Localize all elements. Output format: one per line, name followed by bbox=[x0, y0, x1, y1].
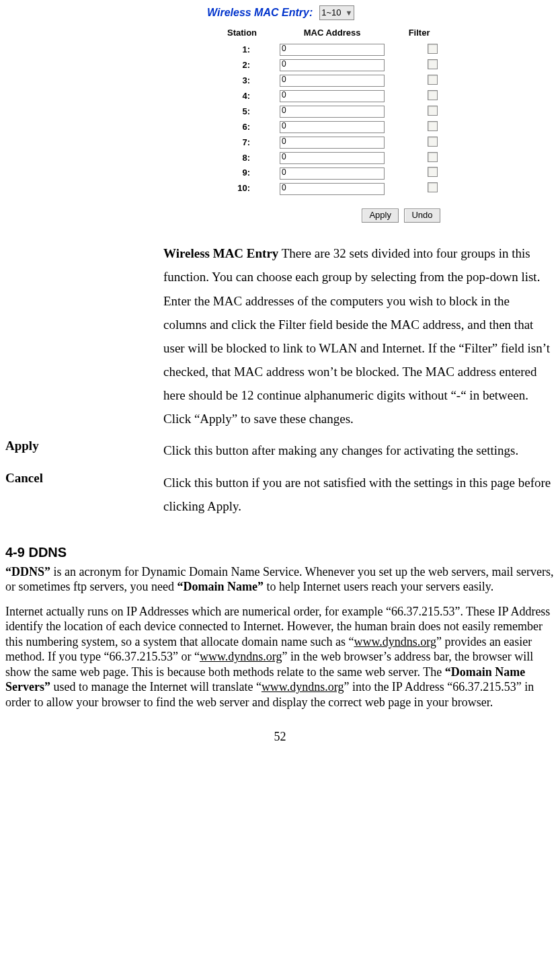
mac-cell: 0 bbox=[277, 58, 387, 73]
router-ui-panel: Wireless MAC Entry: 1~10 ▼ Station MAC A… bbox=[207, 5, 555, 223]
link-dyndns-3[interactable]: www.dyndns.org bbox=[262, 680, 344, 693]
filter-checkbox[interactable] bbox=[428, 44, 438, 54]
table-row: 10:0 bbox=[207, 181, 451, 196]
station-label: 1: bbox=[207, 42, 277, 58]
mac-address-input[interactable]: 0 bbox=[280, 167, 385, 180]
mac-address-input[interactable]: 0 bbox=[280, 137, 385, 149]
filter-cell bbox=[387, 151, 451, 166]
header-filter: Filter bbox=[387, 26, 451, 42]
cancel-text: Click this button if you are not satisfi… bbox=[163, 471, 555, 518]
filter-cell bbox=[387, 42, 451, 58]
mac-cell: 0 bbox=[277, 165, 387, 181]
table-row: 8:0 bbox=[207, 151, 451, 166]
button-row: Apply Undo bbox=[207, 207, 555, 223]
desc-text-entry: Wireless MAC Entry There are 32 sets div… bbox=[163, 241, 555, 430]
apply-label: Apply bbox=[5, 439, 163, 462]
filter-checkbox[interactable] bbox=[428, 106, 438, 116]
station-label: 3: bbox=[207, 73, 277, 89]
mac-cell: 0 bbox=[277, 120, 387, 135]
entry-lead: Wireless MAC Entry bbox=[163, 246, 278, 260]
station-label: 10: bbox=[207, 181, 277, 196]
mac-address-input[interactable]: 0 bbox=[280, 90, 385, 102]
filter-checkbox[interactable] bbox=[428, 182, 438, 192]
mac-address-input[interactable]: 0 bbox=[280, 152, 385, 164]
filter-checkbox[interactable] bbox=[428, 137, 438, 147]
undo-button[interactable]: Undo bbox=[404, 209, 440, 223]
filter-checkbox[interactable] bbox=[428, 167, 438, 177]
mac-cell: 0 bbox=[277, 89, 387, 104]
filter-cell bbox=[387, 135, 451, 151]
filter-checkbox[interactable] bbox=[428, 152, 438, 162]
page-number: 52 bbox=[5, 730, 555, 744]
apply-button[interactable]: Apply bbox=[362, 209, 399, 223]
ddns-para-1: “DDNS” is an acronym for Dynamic Domain … bbox=[5, 564, 555, 595]
entry-body: There are 32 sets divided into four grou… bbox=[163, 246, 550, 426]
p1-bold-a: “DDNS” bbox=[5, 565, 50, 578]
table-row: 2:0 bbox=[207, 58, 451, 73]
mac-address-input[interactable]: 0 bbox=[280, 121, 385, 133]
table-row: 6:0 bbox=[207, 120, 451, 135]
filter-checkbox[interactable] bbox=[428, 121, 438, 131]
header-station: Station bbox=[207, 26, 277, 42]
section-heading: 4-9 DDNS bbox=[5, 545, 555, 560]
mac-entry-table: Station MAC Address Filter 1:02:03:04:05… bbox=[207, 26, 451, 196]
mac-address-input[interactable]: 0 bbox=[280, 44, 385, 56]
mac-cell: 0 bbox=[277, 42, 387, 58]
station-label: 2: bbox=[207, 58, 277, 73]
chevron-down-icon: ▼ bbox=[346, 9, 353, 17]
desc-label-empty bbox=[5, 241, 163, 430]
station-label: 6: bbox=[207, 120, 277, 135]
mac-cell: 0 bbox=[277, 73, 387, 89]
mac-address-input[interactable]: 0 bbox=[280, 75, 385, 87]
p1-bold-c: “Domain Name” bbox=[177, 580, 264, 593]
station-label: 7: bbox=[207, 135, 277, 151]
table-row: 5:0 bbox=[207, 104, 451, 120]
table-row: 7:0 bbox=[207, 135, 451, 151]
table-row: 9:0 bbox=[207, 165, 451, 181]
filter-cell bbox=[387, 89, 451, 104]
mac-cell: 0 bbox=[277, 181, 387, 196]
filter-cell bbox=[387, 165, 451, 181]
p2-d: used to manage the Internet will transla… bbox=[50, 680, 262, 693]
filter-cell bbox=[387, 120, 451, 135]
table-row: 1:0 bbox=[207, 42, 451, 58]
panel-title: Wireless MAC Entry: bbox=[207, 7, 313, 19]
desc-cancel: Cancel Click this button if you are not … bbox=[5, 471, 555, 518]
filter-checkbox[interactable] bbox=[428, 75, 438, 85]
mac-address-input[interactable]: 0 bbox=[280, 106, 385, 118]
apply-text: Click this button after making any chang… bbox=[163, 439, 555, 462]
mac-address-input[interactable]: 0 bbox=[280, 59, 385, 71]
desc-apply: Apply Click this button after making any… bbox=[5, 439, 555, 462]
ddns-para-2: Internet actually runs on IP Addresses w… bbox=[5, 604, 555, 710]
station-label: 5: bbox=[207, 104, 277, 120]
cancel-label: Cancel bbox=[5, 471, 163, 518]
ui-header-row: Wireless MAC Entry: 1~10 ▼ bbox=[207, 5, 555, 20]
filter-cell bbox=[387, 181, 451, 196]
filter-checkbox[interactable] bbox=[428, 90, 438, 100]
station-label: 8: bbox=[207, 151, 277, 166]
mac-cell: 0 bbox=[277, 104, 387, 120]
filter-cell bbox=[387, 58, 451, 73]
table-row: 3:0 bbox=[207, 73, 451, 89]
p1-text-d: to help Internet users reach your server… bbox=[264, 580, 493, 593]
link-dyndns-1[interactable]: www.dyndns.org bbox=[354, 635, 436, 648]
filter-cell bbox=[387, 73, 451, 89]
range-value: 1~10 bbox=[321, 8, 341, 18]
link-dyndns-2[interactable]: www.dyndns.org bbox=[200, 650, 282, 663]
mac-cell: 0 bbox=[277, 151, 387, 166]
mac-address-input[interactable]: 0 bbox=[280, 183, 385, 195]
desc-wireless-mac-entry: Wireless MAC Entry There are 32 sets div… bbox=[5, 241, 555, 430]
range-dropdown[interactable]: 1~10 ▼ bbox=[319, 5, 354, 20]
station-label: 9: bbox=[207, 165, 277, 181]
filter-cell bbox=[387, 104, 451, 120]
header-mac: MAC Address bbox=[277, 26, 387, 42]
filter-checkbox[interactable] bbox=[428, 59, 438, 69]
mac-cell: 0 bbox=[277, 135, 387, 151]
table-row: 4:0 bbox=[207, 89, 451, 104]
station-label: 4: bbox=[207, 89, 277, 104]
